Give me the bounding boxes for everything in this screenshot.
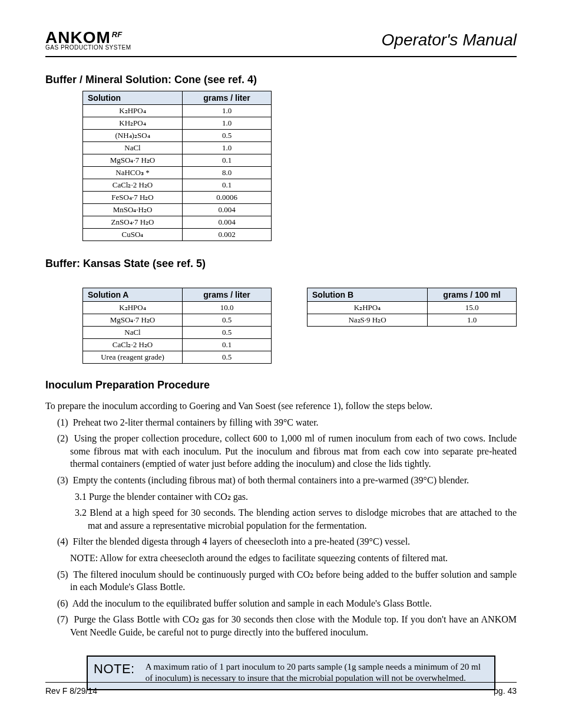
p-step4-note: NOTE: Allow for extra cheesecloth around…: [45, 552, 517, 565]
table-row: NaCl0.5: [83, 327, 272, 339]
table-row: ZnSO₄·7 H₂O0.004: [83, 216, 272, 229]
th-gp100: grams / 100 ml: [428, 288, 517, 302]
logo-block: ANKOMRF GAS PRODUCTION SYSTEM: [45, 29, 131, 51]
p-intro: To prepare the inoculum according to Goe…: [45, 400, 517, 413]
heading-kansas: Buffer: Kansas State (see ref. 5): [45, 258, 517, 270]
table-row: K₂HPO₄10.0: [83, 302, 272, 314]
heading-inoculum: Inoculum Preparation Procedure: [45, 379, 517, 391]
table-cone: Solution grams / liter K₂HPO₄1.0 KH₂PO₄1…: [82, 91, 272, 241]
th-gpl-a: grams / liter: [183, 288, 272, 302]
page-header: ANKOMRF GAS PRODUCTION SYSTEM Operator's…: [45, 24, 517, 57]
p-step3-2: 3.2 Blend at a high speed for 30 seconds…: [45, 506, 517, 532]
note-label: NOTE:: [94, 661, 135, 677]
table-row: MgSO₄·7 H₂O0.5: [83, 314, 272, 327]
footer-page: pg. 43: [494, 686, 517, 696]
th-solution: Solution: [83, 91, 183, 105]
table-row: K₂HPO₄15.0: [308, 302, 517, 314]
table-row: KH₂PO₄1.0: [83, 117, 272, 130]
p-step1: (1) Preheat two 2-liter thermal containe…: [45, 416, 517, 429]
table-row: (NH₄)₂SO₄0.5: [83, 130, 272, 142]
table-row: MgSO₄·7 H₂O0.1: [83, 154, 272, 167]
logo-main: ANKOM: [45, 28, 111, 47]
table-row: K₂HPO₄1.0: [83, 105, 272, 117]
table-kansas-b: Solution B grams / 100 ml K₂HPO₄15.0 Na₂…: [307, 288, 517, 327]
note-text: A maximum ratio of 1 part inoculum to 20…: [146, 661, 488, 684]
table-row: CaCl₂·2 H₂O0.1: [83, 339, 272, 351]
table-row: MnSO₄·H₂O0.004: [83, 204, 272, 216]
th-sol-b: Solution B: [308, 288, 428, 302]
p-step4: (4) Filter the blended digesta through 4…: [45, 535, 517, 548]
table-row: NaCl1.0: [83, 142, 272, 154]
p-step3: (3) Empty the contents (including fibrou…: [45, 474, 517, 487]
table-row: FeSO₄·7 H₂O0.0006: [83, 192, 272, 204]
table-row: Urea (reagent grade)0.5: [83, 351, 272, 364]
th-sol-a: Solution A: [83, 288, 183, 302]
table-row: CaCl₂·2 H₂O0.1: [83, 179, 272, 192]
p-step3-1: 3.1 Purge the blender container with CO₂…: [45, 490, 517, 503]
logo-sub: GAS PRODUCTION SYSTEM: [45, 45, 131, 51]
table-row: NaHCO₃ *8.0: [83, 167, 272, 179]
body-text: To prepare the inoculum according to Goe…: [45, 400, 517, 639]
p-step5: (5) The filtered inoculum should be cont…: [45, 568, 517, 594]
header-title: Operator's Manual: [382, 31, 517, 50]
p-step2: (2) Using the proper collection procedur…: [45, 432, 517, 470]
heading-cone: Buffer / Mineral Solution: Cone (see ref…: [45, 74, 517, 86]
p-step7: (7) Purge the Glass Bottle with CO₂ gas …: [45, 613, 517, 638]
table-kansas-a: Solution A grams / liter K₂HPO₄10.0 MgSO…: [82, 288, 272, 364]
th-gpl: grams / liter: [183, 91, 272, 105]
footer-rev: Rev F 8/29/14: [45, 686, 97, 696]
table-row: CuSO₄0.002: [83, 229, 272, 241]
p-step6: (6) Add the inoculum to the equilibrated…: [45, 597, 517, 610]
logo-rf: RF: [112, 30, 122, 39]
page-footer: Rev F 8/29/14 pg. 43: [45, 682, 517, 696]
table-row: Na₂S·9 H₂O1.0: [308, 314, 517, 327]
